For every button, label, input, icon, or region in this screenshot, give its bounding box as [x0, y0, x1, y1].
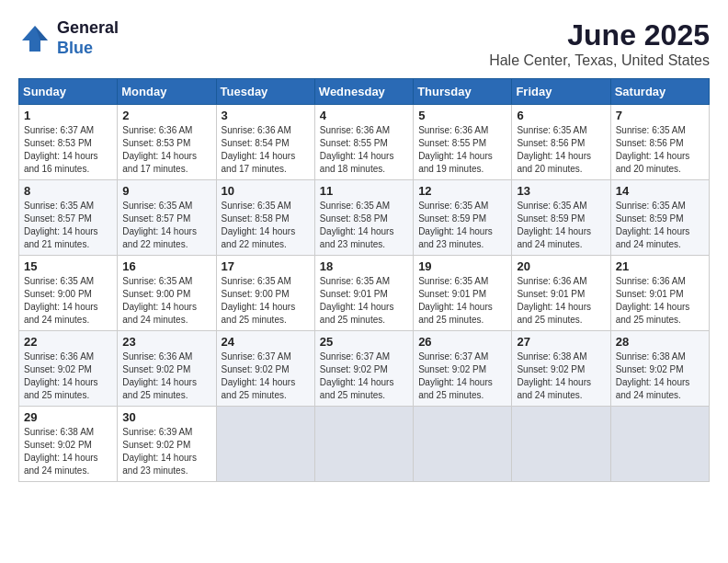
daylight-label: Daylight: 14 hours and 18 minutes.	[320, 151, 394, 174]
header-thursday: Thursday	[414, 79, 512, 105]
day-number: 20	[517, 259, 605, 273]
calendar-week-5: 29 Sunrise: 6:38 AM Sunset: 9:02 PM Dayl…	[19, 407, 710, 482]
calendar-day-cell: 14 Sunrise: 6:35 AM Sunset: 8:59 PM Dayl…	[610, 180, 709, 256]
day-info: Sunrise: 6:38 AM Sunset: 9:02 PM Dayligh…	[517, 350, 605, 402]
sunrise-label: Sunrise: 6:36 AM	[24, 351, 94, 362]
day-number: 23	[122, 335, 210, 349]
calendar-day-cell: 8 Sunrise: 6:35 AM Sunset: 8:57 PM Dayli…	[19, 180, 118, 256]
day-number: 12	[418, 184, 506, 198]
day-number: 5	[418, 109, 506, 122]
day-info: Sunrise: 6:36 AM Sunset: 8:53 PM Dayligh…	[122, 124, 210, 176]
daylight-label: Daylight: 14 hours and 25 minutes.	[517, 302, 591, 325]
day-info: Sunrise: 6:38 AM Sunset: 9:02 PM Dayligh…	[616, 350, 704, 402]
calendar-day-cell: 24 Sunrise: 6:37 AM Sunset: 9:02 PM Dayl…	[216, 331, 314, 407]
day-number: 16	[122, 259, 210, 273]
day-info: Sunrise: 6:36 AM Sunset: 9:01 PM Dayligh…	[517, 275, 605, 327]
calendar-day-cell: 3 Sunrise: 6:36 AM Sunset: 8:54 PM Dayli…	[216, 105, 314, 180]
calendar-day-cell	[610, 407, 709, 482]
location: Hale Center, Texas, United States	[489, 52, 710, 69]
calendar-day-cell	[216, 407, 314, 482]
sunset-label: Sunset: 9:00 PM	[222, 289, 290, 299]
sunrise-label: Sunrise: 6:39 AM	[122, 427, 192, 437]
day-info: Sunrise: 6:36 AM Sunset: 8:55 PM Dayligh…	[418, 124, 506, 176]
sunset-label: Sunset: 9:02 PM	[122, 364, 190, 374]
calendar-day-cell: 21 Sunrise: 6:36 AM Sunset: 9:01 PM Dayl…	[610, 256, 709, 331]
daylight-label: Daylight: 14 hours and 24 minutes.	[517, 377, 591, 400]
sunset-label: Sunset: 8:57 PM	[24, 213, 92, 224]
sunset-label: Sunset: 8:59 PM	[517, 213, 585, 224]
sunset-label: Sunset: 8:55 PM	[320, 138, 388, 148]
sunset-label: Sunset: 8:57 PM	[122, 213, 190, 224]
sunrise-label: Sunrise: 6:35 AM	[616, 125, 686, 135]
calendar-week-3: 15 Sunrise: 6:35 AM Sunset: 9:00 PM Dayl…	[19, 256, 710, 331]
daylight-label: Daylight: 14 hours and 24 minutes.	[616, 377, 690, 400]
daylight-label: Daylight: 14 hours and 25 minutes.	[222, 302, 296, 325]
logo: General Blue	[18, 18, 119, 58]
calendar-day-cell: 7 Sunrise: 6:35 AM Sunset: 8:56 PM Dayli…	[610, 105, 709, 180]
sunset-label: Sunset: 8:59 PM	[616, 213, 684, 224]
calendar-day-cell: 4 Sunrise: 6:36 AM Sunset: 8:55 PM Dayli…	[314, 105, 413, 180]
calendar-day-cell: 22 Sunrise: 6:36 AM Sunset: 9:02 PM Dayl…	[19, 331, 118, 407]
sunrise-label: Sunrise: 6:38 AM	[24, 427, 94, 437]
sunrise-label: Sunrise: 6:35 AM	[418, 276, 488, 286]
sunset-label: Sunset: 9:01 PM	[616, 289, 684, 299]
daylight-label: Daylight: 14 hours and 22 minutes.	[122, 226, 197, 249]
title-area: June 2025 Hale Center, Texas, United Sta…	[489, 18, 710, 69]
calendar-day-cell: 9 Sunrise: 6:35 AM Sunset: 8:57 PM Dayli…	[118, 180, 216, 256]
daylight-label: Daylight: 14 hours and 25 minutes.	[320, 377, 394, 400]
daylight-label: Daylight: 14 hours and 25 minutes.	[418, 377, 493, 400]
day-info: Sunrise: 6:37 AM Sunset: 8:53 PM Dayligh…	[24, 124, 112, 176]
sunset-label: Sunset: 8:53 PM	[122, 138, 190, 148]
calendar-day-cell: 23 Sunrise: 6:36 AM Sunset: 9:02 PM Dayl…	[118, 331, 216, 407]
day-info: Sunrise: 6:35 AM Sunset: 9:01 PM Dayligh…	[418, 275, 506, 327]
header-monday: Monday	[118, 79, 216, 105]
sunset-label: Sunset: 8:55 PM	[418, 138, 486, 148]
day-info: Sunrise: 6:38 AM Sunset: 9:02 PM Dayligh…	[24, 426, 112, 477]
day-number: 28	[616, 335, 704, 349]
day-number: 29	[24, 410, 112, 424]
day-info: Sunrise: 6:35 AM Sunset: 8:58 PM Dayligh…	[222, 200, 310, 251]
sunset-label: Sunset: 8:58 PM	[222, 213, 290, 224]
calendar-day-cell: 16 Sunrise: 6:35 AM Sunset: 9:00 PM Dayl…	[118, 256, 216, 331]
day-info: Sunrise: 6:35 AM Sunset: 8:58 PM Dayligh…	[320, 200, 408, 251]
day-info: Sunrise: 6:36 AM Sunset: 8:54 PM Dayligh…	[222, 124, 310, 176]
calendar-day-cell: 30 Sunrise: 6:39 AM Sunset: 9:02 PM Dayl…	[118, 407, 216, 482]
day-info: Sunrise: 6:36 AM Sunset: 9:01 PM Dayligh…	[616, 275, 704, 327]
day-info: Sunrise: 6:39 AM Sunset: 9:02 PM Dayligh…	[122, 426, 210, 477]
daylight-label: Daylight: 14 hours and 16 minutes.	[24, 151, 98, 174]
calendar-day-cell: 28 Sunrise: 6:38 AM Sunset: 9:02 PM Dayl…	[610, 331, 709, 407]
sunset-label: Sunset: 9:02 PM	[517, 364, 585, 374]
day-number: 7	[616, 109, 704, 122]
day-number: 2	[122, 109, 210, 122]
day-info: Sunrise: 6:35 AM Sunset: 8:57 PM Dayligh…	[122, 200, 210, 251]
daylight-label: Daylight: 14 hours and 24 minutes.	[24, 302, 98, 325]
calendar-week-4: 22 Sunrise: 6:36 AM Sunset: 9:02 PM Dayl…	[19, 331, 710, 407]
logo-text: General Blue	[57, 18, 119, 58]
sunset-label: Sunset: 8:56 PM	[616, 138, 684, 148]
calendar-day-cell: 17 Sunrise: 6:35 AM Sunset: 9:00 PM Dayl…	[216, 256, 314, 331]
sunset-label: Sunset: 9:02 PM	[122, 440, 190, 450]
calendar-week-2: 8 Sunrise: 6:35 AM Sunset: 8:57 PM Dayli…	[19, 180, 710, 256]
logo-general: General	[57, 18, 119, 37]
sunset-label: Sunset: 8:54 PM	[222, 138, 290, 148]
day-info: Sunrise: 6:35 AM Sunset: 8:59 PM Dayligh…	[517, 200, 605, 251]
sunset-label: Sunset: 9:01 PM	[418, 289, 486, 299]
day-info: Sunrise: 6:37 AM Sunset: 9:02 PM Dayligh…	[222, 350, 310, 402]
day-info: Sunrise: 6:35 AM Sunset: 9:00 PM Dayligh…	[122, 275, 210, 327]
day-info: Sunrise: 6:35 AM Sunset: 8:57 PM Dayligh…	[24, 200, 112, 251]
day-info: Sunrise: 6:37 AM Sunset: 9:02 PM Dayligh…	[418, 350, 506, 402]
daylight-label: Daylight: 14 hours and 24 minutes.	[616, 226, 690, 249]
day-number: 14	[616, 184, 704, 198]
day-number: 6	[517, 109, 605, 122]
calendar-day-cell: 15 Sunrise: 6:35 AM Sunset: 9:00 PM Dayl…	[19, 256, 118, 331]
sunset-label: Sunset: 9:02 PM	[222, 364, 290, 374]
day-number: 10	[222, 184, 310, 198]
sunrise-label: Sunrise: 6:35 AM	[616, 201, 686, 211]
sunrise-label: Sunrise: 6:36 AM	[122, 351, 192, 362]
header-sunday: Sunday	[19, 79, 118, 105]
daylight-label: Daylight: 14 hours and 21 minutes.	[24, 226, 98, 249]
day-info: Sunrise: 6:35 AM Sunset: 9:00 PM Dayligh…	[24, 275, 112, 327]
sunset-label: Sunset: 9:02 PM	[418, 364, 486, 374]
daylight-label: Daylight: 14 hours and 19 minutes.	[418, 151, 493, 174]
calendar-day-cell: 25 Sunrise: 6:37 AM Sunset: 9:02 PM Dayl…	[314, 331, 413, 407]
